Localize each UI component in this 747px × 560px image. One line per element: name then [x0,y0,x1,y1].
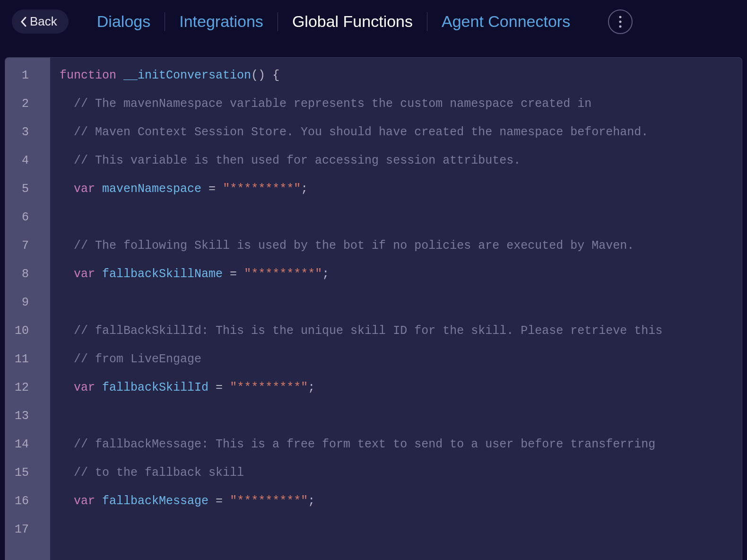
back-button[interactable]: Back [12,9,69,34]
code-line: // fallBackSkillId: This is the unique s… [60,317,732,345]
line-number: 14 [9,430,34,459]
line-number: 10 [9,317,34,345]
line-number: 12 [9,374,34,402]
line-number: 13 [9,402,34,430]
line-number: 7 [9,232,34,260]
code-line: var fallbackMessage = "*********"; [60,487,732,516]
code-content[interactable]: function __initConversation() { // The m… [50,58,742,544]
line-number: 15 [9,459,34,487]
line-number: 16 [9,487,34,516]
line-number: 17 [9,516,34,544]
back-label: Back [30,14,57,29]
tab-agent-connectors[interactable]: Agent Connectors [427,9,584,35]
code-line [60,289,732,317]
code-line: // The following Skill is used by the bo… [60,232,732,260]
code-line: // Maven Context Session Store. You shou… [60,118,732,147]
gutter: 1234567891011121314151617 [5,58,50,560]
tab-integrations[interactable]: Integrations [165,9,278,35]
code-line: // This variable is then used for access… [60,147,732,175]
tab-dialogs[interactable]: Dialogs [83,9,165,35]
tabs: Dialogs Integrations Global Functions Ag… [83,9,584,35]
code-line: var mavenNamespace = "*********"; [60,175,732,203]
code-line: // The mavenNamespace variable represent… [60,90,732,118]
line-number: 9 [9,289,34,317]
code-line: function __initConversation() { [60,61,732,90]
chevron-left-icon [20,17,27,27]
code-editor[interactable]: 1234567891011121314151617 function __ini… [5,57,742,560]
line-number: 4 [9,147,34,175]
svg-point-2 [619,25,622,27]
code-line: // to the fallback skill [60,459,732,487]
line-number: 5 [9,175,34,203]
code-line [60,402,732,430]
header: Back Dialogs Integrations Global Functio… [0,0,747,43]
svg-point-1 [619,20,622,23]
code-line: var fallbackSkillName = "*********"; [60,260,732,289]
line-number: 8 [9,260,34,289]
code-line [60,203,732,232]
line-number: 1 [9,61,34,90]
code-line: // fallbackMessage: This is a free form … [60,430,732,459]
line-number: 2 [9,90,34,118]
line-number: 3 [9,118,34,147]
more-vertical-icon [619,16,622,28]
code-line: // from LiveEngage [60,345,732,374]
svg-point-0 [619,16,622,18]
line-number: 6 [9,203,34,232]
code-line [60,516,732,544]
code-line: var fallbackSkillId = "*********"; [60,374,732,402]
line-number: 11 [9,345,34,374]
tab-global-functions[interactable]: Global Functions [278,9,427,35]
more-menu-button[interactable] [608,9,633,34]
